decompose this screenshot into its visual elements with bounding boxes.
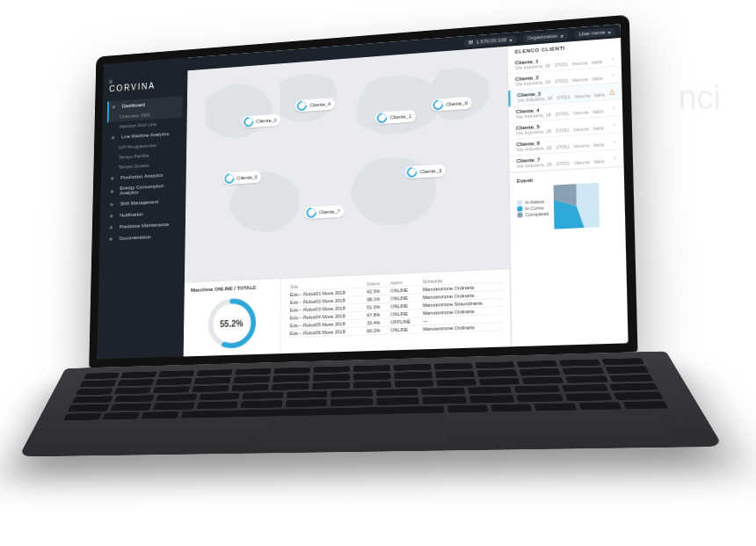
marker-ring-icon <box>304 206 318 220</box>
nav-icon: ◆ <box>110 187 116 194</box>
right-column: ELENCO CLIENTI Cliente_1Via Industria, 1… <box>506 24 628 346</box>
chevron-right-icon: › <box>614 154 616 162</box>
nav-label: Predictive Maintenance <box>120 222 169 229</box>
nav-label: Dashboard <box>122 102 145 108</box>
chevron-down-icon: ▾ <box>509 36 512 42</box>
laptop-mock: ⛨ 1.570.00.108 ▾ Organization ▾ User nam… <box>85 15 642 521</box>
machines-table: SiteStatusAlarmSchedule Edo – Robot01 Mo… <box>287 275 503 339</box>
legend-label: In Attesa <box>525 199 544 205</box>
legend-swatch <box>517 200 522 205</box>
map-marker-cliente_7[interactable]: Cliente_7 <box>304 205 344 219</box>
trackpad <box>258 413 447 448</box>
marker-label: Cliente_3 <box>419 168 441 174</box>
marker-ring-icon <box>295 98 309 113</box>
org-label: Organization <box>527 33 557 40</box>
nav-label: Live Machine Analytics <box>121 131 169 139</box>
chevron-down-icon: ▾ <box>607 29 610 35</box>
nav-icon: ◆ <box>111 174 117 181</box>
screen-bezel: ⛨ 1.570.00.108 ▾ Organization ▾ User nam… <box>89 15 637 368</box>
nav-label: Tempo Guasto <box>119 163 149 170</box>
nav-label: Notification <box>120 212 143 218</box>
legend-item: Completati <box>517 211 549 218</box>
events-pie-card: Eventi In AttesaIn CorsoCompletati <box>510 166 626 237</box>
map-marker-cliente_3[interactable]: Cliente_3 <box>405 164 446 178</box>
sidebar: ✕ CORVINA ◆DashboardOverview OEEInjectio… <box>97 58 187 360</box>
cell: 60.2% <box>364 326 388 335</box>
marker-ring-icon <box>375 111 389 125</box>
cell: Edo – Robot06 Move 2018 <box>287 327 365 338</box>
nav-icon: ◆ <box>109 236 115 243</box>
ip-value: 1.570.00.108 <box>476 37 506 44</box>
cell: ONLINE <box>388 325 420 334</box>
marker-ring-icon <box>222 171 236 186</box>
marker-label: Cliente_7 <box>319 208 340 215</box>
nav-icon: ◆ <box>112 103 118 110</box>
chevron-right-icon: › <box>612 71 614 79</box>
nav-label: Tempo Perdita <box>119 153 149 160</box>
nav-icon: ◆ <box>110 212 116 219</box>
user-menu[interactable]: User name ▾ <box>574 27 614 38</box>
nav-label: Production Analytics <box>120 172 163 179</box>
marker-label: Cliente_6 <box>446 100 468 106</box>
machines-table-card: SiteStatusAlarmSchedule Edo – Robot01 Mo… <box>280 269 511 353</box>
laptop-keyboard <box>18 351 723 456</box>
nav-label: Documentation <box>120 234 151 240</box>
legend-swatch <box>517 206 522 211</box>
marker-label: Cliente_4 <box>309 101 331 107</box>
nav-list: ◆DashboardOverview OEEInjection End Line… <box>105 96 183 244</box>
chevron-right-icon: › <box>613 104 615 112</box>
nav-label: Injection End Line <box>120 121 157 128</box>
chevron-down-icon: ▾ <box>560 33 563 39</box>
gauge-card: Macchine ONLINE / TOTALE 55.2% <box>184 279 281 356</box>
marker-label: Cliente_5 <box>236 174 258 180</box>
gauge-value: 55.2% <box>205 295 258 352</box>
nav-label: Energy Consumption Analytics <box>120 182 178 195</box>
main-column: Cliente_2Cliente_4Cliente_1Cliente_6Clie… <box>184 33 512 356</box>
chevron-right-icon: › <box>613 120 615 128</box>
gauge-title: Macchine ONLINE / TOTALE <box>191 285 256 293</box>
world-silhouette <box>185 47 510 260</box>
org-selector[interactable]: Organization ▾ <box>523 31 567 42</box>
legend-label: Completati <box>526 211 549 217</box>
nav-icon: ◆ <box>112 134 118 141</box>
chevron-right-icon: › <box>612 55 614 62</box>
breadcrumb-ip[interactable]: ⛨ 1.570.00.108 ▾ <box>464 35 516 47</box>
world-map[interactable]: Cliente_2Cliente_4Cliente_1Cliente_6Clie… <box>185 47 510 282</box>
legend-swatch <box>517 212 522 217</box>
shield-icon: ⛨ <box>469 40 474 45</box>
nav-label: Shift Management <box>120 200 158 207</box>
pie-legend: In AttesaIn CorsoCompletati <box>517 198 549 219</box>
nav-icon: ◆ <box>110 200 116 207</box>
marker-ring-icon <box>404 165 419 180</box>
warning-icon: △ <box>609 87 614 95</box>
legend-label: In Corso <box>525 205 543 211</box>
app-root: ⛨ 1.570.00.108 ▾ Organization ▾ User nam… <box>97 24 628 359</box>
marker-label: Cliente_2 <box>256 118 277 124</box>
map-marker-cliente_5[interactable]: Cliente_5 <box>223 171 262 185</box>
client-list: Cliente_1Via Industria, 18 · 37051 · Ver… <box>508 50 624 173</box>
online-gauge: 55.2% <box>205 295 258 352</box>
chevron-right-icon: › <box>614 137 616 145</box>
user-label: User name <box>578 30 605 37</box>
nav-icon: ◆ <box>109 223 115 230</box>
nav-label: Overview OEE <box>120 113 150 120</box>
close-icon[interactable]: ✕ <box>108 78 114 87</box>
cell: Manutenzione Ordinaria <box>420 323 503 333</box>
bottom-panel: Macchine ONLINE / TOTALE 55.2% SiteStatu… <box>184 268 512 356</box>
background-watermark: nci <box>678 79 721 117</box>
marker-label: Cliente_1 <box>389 113 411 120</box>
events-pie-chart <box>554 183 600 229</box>
nav-label: KPI Programmato <box>119 142 156 149</box>
